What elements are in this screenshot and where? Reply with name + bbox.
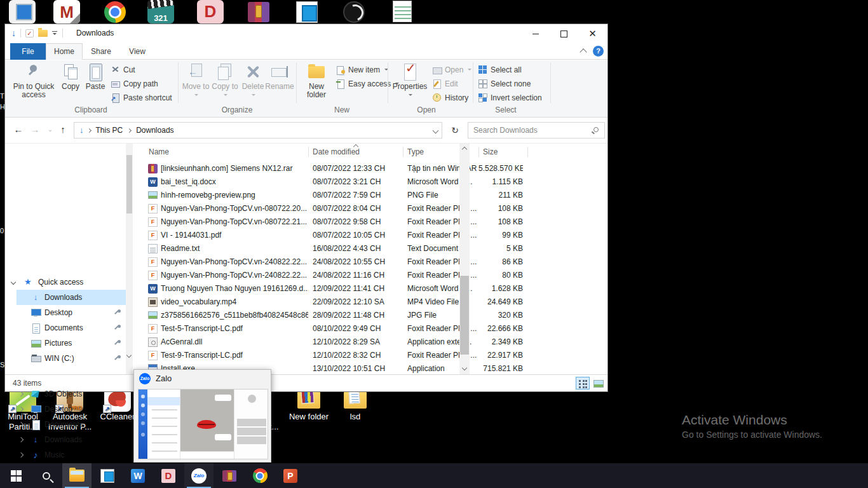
address-dropdown-icon[interactable] — [433, 128, 439, 134]
winrar-taskbar-button[interactable] — [215, 463, 244, 488]
customize-qat-icon[interactable] — [52, 30, 58, 36]
breadcrumb-downloads[interactable]: Downloads — [132, 123, 177, 138]
title-bar[interactable]: ↓ ✓ Downloads ✕ — [5, 24, 607, 43]
sidebar-item-quick-access[interactable]: ★Quick access — [5, 274, 130, 290]
start-taskbar-button[interactable] — [1, 463, 31, 488]
up-icon[interactable]: ↑ — [56, 123, 70, 137]
paste-button[interactable]: Paste — [83, 62, 108, 91]
table-row[interactable]: Readme.txt16/08/2022 4:43 CHText Documen… — [143, 242, 532, 255]
pc-desktop-icon[interactable] — [9, 0, 36, 24]
table-row[interactable]: FNguyen-Van-Phong-TopCV.vn-080722.21...0… — [143, 215, 532, 229]
select-none-button[interactable]: Select none — [478, 77, 531, 90]
new-folder-qat-icon[interactable] — [38, 30, 48, 37]
pin-to-quick-access-button[interactable]: Pin to Quick access — [10, 62, 57, 99]
search-icon[interactable] — [593, 127, 599, 132]
close-button[interactable]: ✕ — [578, 24, 607, 43]
table-row[interactable]: Wbai_test_iq.docx08/07/2022 3:21 CHMicro… — [143, 175, 532, 189]
table-row[interactable]: hình-removebg-preview.png08/07/2022 7:59… — [143, 189, 532, 202]
column-header-name[interactable]: Name — [149, 144, 169, 160]
sidebar-item-documents[interactable]: Documents — [5, 320, 130, 336]
chevron-right-icon[interactable] — [18, 422, 24, 427]
sidebar-item-downloads[interactable]: ↓Downloads — [17, 290, 130, 305]
new-folder-button[interactable]: New folder — [301, 62, 332, 99]
scroll-up-icon[interactable] — [462, 147, 467, 152]
frame-desktop-icon[interactable] — [294, 0, 320, 24]
file-list-scrollbar-thumb[interactable] — [460, 276, 469, 355]
search-box[interactable] — [468, 122, 605, 139]
folder-doc-desktop-icon[interactable]: lsd — [330, 388, 381, 422]
tab-home[interactable]: Home — [46, 43, 83, 60]
select-all-button[interactable]: Select all — [478, 63, 522, 76]
sidebar-scroll-down-icon[interactable] — [126, 353, 132, 358]
chevron-right-icon[interactable] — [18, 407, 24, 412]
sidebar-item-documents[interactable]: Documents — [5, 417, 130, 432]
copy-path-button[interactable]: Copy path — [111, 77, 158, 90]
refresh-icon[interactable]: ↻ — [447, 123, 463, 138]
frame-taskbar-button[interactable] — [93, 463, 122, 488]
table-row[interactable]: FNguyen-Van-Phong-TopCV.vn-240822.22...2… — [143, 255, 532, 269]
minimize-button[interactable] — [521, 24, 550, 43]
search-taskbar-button[interactable] — [32, 463, 61, 488]
file-list-scrollbar[interactable] — [459, 144, 470, 375]
sidebar-item-win-c-[interactable]: WIN (C:) — [5, 351, 130, 366]
table-row[interactable]: FNguyen-Van-Phong-TopCV.vn-240822.22...2… — [143, 269, 532, 282]
tab-view[interactable]: View — [119, 43, 155, 60]
tab-share[interactable]: Share — [83, 43, 119, 60]
word-taskbar-button[interactable]: W — [123, 463, 153, 488]
chrome-desktop-icon[interactable] — [102, 0, 128, 24]
sidebar-item-downloads[interactable]: ↓Downloads — [5, 432, 130, 447]
column-header-size[interactable]: Size — [483, 144, 498, 160]
sidebar-item-desktop[interactable]: Desktop — [5, 402, 130, 417]
zalo-taskbar-preview[interactable]: Zalo Zalo — [133, 369, 271, 463]
chrome-taskbar-button[interactable] — [245, 463, 275, 488]
table-row[interactable]: z3758561662576_c511beb8fb40824548c86...2… — [143, 309, 532, 322]
sidebar-item-desktop[interactable]: Desktop — [5, 305, 130, 320]
table-row[interactable]: FVI - 19144031.pdf08/07/2022 10:05 CHFox… — [143, 229, 532, 242]
sidebar-item-pictures[interactable]: Pictures — [5, 336, 130, 351]
large-icons-view-button[interactable] — [591, 377, 605, 390]
powerpoint-taskbar-button[interactable]: P — [276, 463, 305, 488]
explorer-taskbar-button[interactable] — [62, 463, 92, 488]
table-row[interactable]: [linksieunhanh.com] Siemens NX12.rar08/0… — [143, 162, 532, 175]
easy-access-button[interactable]: Easy access — [336, 77, 399, 90]
sheet-desktop-icon[interactable] — [389, 0, 416, 24]
sidebar-item-music[interactable]: ♪Music — [5, 447, 130, 463]
properties-qat-icon[interactable]: ✓ — [25, 29, 34, 37]
maximize-button[interactable] — [550, 24, 578, 43]
column-header-type[interactable]: Type — [407, 144, 424, 160]
new-item-button[interactable]: New item — [336, 63, 388, 76]
sidebar-scrollbar[interactable] — [126, 144, 133, 375]
sidebar-scrollbar-thumb[interactable] — [126, 155, 132, 214]
zalo-window-thumbnail[interactable] — [138, 389, 268, 459]
properties-button[interactable]: Properties — [391, 62, 428, 99]
search-input[interactable] — [473, 124, 581, 137]
breadcrumb-this-pc[interactable]: This PC — [92, 123, 127, 138]
tab-file[interactable]: File — [10, 43, 46, 60]
folder-full-desktop-icon[interactable]: New folder — [283, 388, 334, 422]
table-row[interactable]: WTruong Nguyen Thao Nguyen 19161269.d...… — [143, 282, 532, 295]
mpc-desktop-icon[interactable]: 321 — [147, 0, 174, 24]
back-icon[interactable]: ← — [11, 123, 25, 137]
chevron-right-icon[interactable] — [18, 391, 24, 396]
collapse-ribbon-icon[interactable] — [580, 48, 587, 55]
table-row[interactable]: FTest-5-Transcript-LC.pdf08/10/2022 9:49… — [143, 322, 532, 336]
table-row[interactable]: FNguyen-Van-Phong-TopCV.vn-080722.20...0… — [143, 202, 532, 215]
details-view-button[interactable] — [576, 377, 590, 390]
paste-shortcut-button[interactable]: Paste shortcut — [111, 91, 172, 104]
winrar-desktop-icon[interactable] — [245, 0, 272, 24]
m-desktop-icon[interactable]: M — [53, 0, 80, 24]
table-row[interactable]: video_vocabulary.mp422/09/2022 12:10 SAM… — [143, 295, 532, 309]
recent-locations-icon[interactable]: ⌄ — [43, 123, 57, 137]
history-button[interactable]: History — [432, 91, 468, 104]
table-row[interactable]: FTest-9-Transcript-LC.pdf12/10/2022 8:32… — [143, 349, 532, 362]
table-row[interactable]: AcGenral.dll12/10/2022 8:29 SAApplicatio… — [143, 336, 532, 349]
address-bar[interactable]: ↓ This PC Downloads — [74, 122, 442, 139]
chevron-right-icon[interactable] — [18, 452, 24, 458]
chevron-right-icon[interactable] — [18, 437, 24, 442]
d-desktop-icon[interactable]: D — [197, 0, 224, 24]
invert-selection-button[interactable]: Invert selection — [478, 91, 542, 104]
help-icon[interactable]: ? — [593, 46, 604, 57]
davinci-taskbar-button[interactable]: D — [154, 463, 183, 488]
zalo-taskbar-button[interactable]: Zalo — [184, 463, 214, 488]
obs-desktop-icon[interactable] — [341, 0, 367, 24]
